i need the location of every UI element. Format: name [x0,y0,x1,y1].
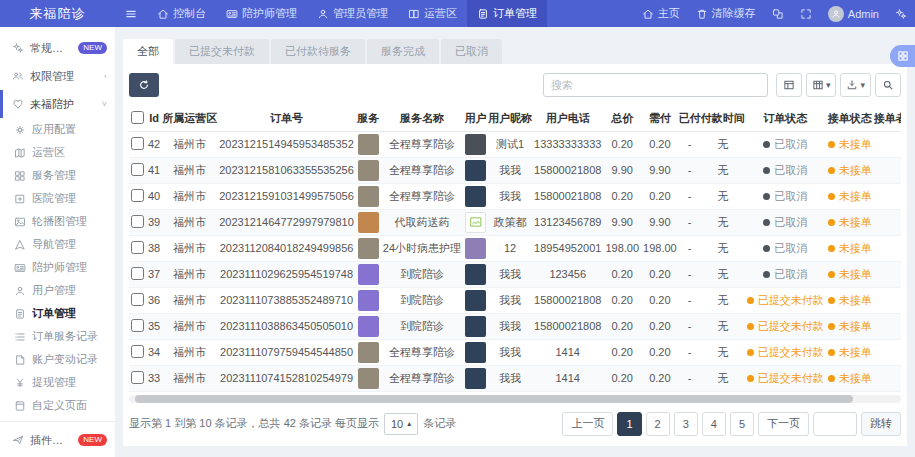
row-checkbox[interactable] [131,137,144,150]
sidebar-item-2[interactable]: 服务管理 [0,164,115,187]
row-checkbox[interactable] [131,293,144,306]
tab-0[interactable]: 全部 [123,39,173,64]
horizontal-scrollbar[interactable] [129,395,901,403]
row-checkbox[interactable] [131,189,144,202]
tab-label: 已付款待服务 [285,45,351,57]
table-row[interactable]: 42福州市2023121514945953485352全程尊享陪诊测试11333… [129,131,901,157]
row-checkbox[interactable] [131,241,144,254]
cell-region: 福州市 [162,313,217,339]
table-row[interactable]: 41福州市2023121581063355535256全程尊享陪诊我我15800… [129,157,901,183]
column-header-5[interactable]: 用户 [463,106,488,131]
nav-item-2[interactable]: 管理员管理 [307,0,398,27]
service-thumbnail [358,238,379,259]
cell-pay-time: 无 [701,235,745,261]
nav-item-1[interactable]: 陪护师管理 [216,0,307,27]
nav-item-label: 控制台 [173,6,206,21]
tab-4[interactable]: 已取消 [441,39,502,64]
column-header-6[interactable]: 用户昵称 [488,106,532,131]
prev-page-button[interactable]: 上一页 [562,412,613,436]
sidebar-item-6[interactable]: 陪护师管理 [0,256,115,279]
column-header-14[interactable]: 接单者 [874,106,901,131]
sidebar-item-1[interactable]: 运营区 [0,141,115,164]
column-header-8[interactable]: 总价 [603,106,641,131]
sidebar-item-11[interactable]: 提现管理 [0,371,115,394]
sidebar-item-4[interactable]: 轮播图管理 [0,210,115,233]
gears-icon [12,42,24,54]
sidebar-bottom-group-0[interactable]: 插件管理NEW [0,426,115,454]
table-row[interactable]: 40福州市2023121591031499575056全程尊享陪诊我我15800… [129,183,901,209]
scrollbar-thumb[interactable] [135,395,853,403]
column-header-7[interactable]: 用户电话 [532,106,603,131]
column-header-10[interactable]: 已付 [679,106,701,131]
sidebar-item-7[interactable]: 用户管理 [0,279,115,302]
sidebar-item-0[interactable]: 应用配置 [0,118,115,141]
row-checkbox[interactable] [131,371,144,384]
cell-paid: - [679,131,701,157]
row-checkbox[interactable] [131,319,144,332]
table-row[interactable]: 33福州市2023111074152810254979全程尊享陪诊我我14140… [129,365,901,391]
sidebar-item-10[interactable]: 账户变动记录 [0,348,115,371]
settings-menu[interactable] [887,0,915,27]
float-panel-button[interactable] [890,45,915,67]
table-row[interactable]: 38福州市202311208401824949985624小时病患护理12189… [129,235,901,261]
column-header-9[interactable]: 需付 [641,106,679,131]
row-checkbox[interactable] [131,267,144,280]
page-button-1[interactable]: 1 [617,412,641,436]
column-header-11[interactable]: 付款时间 [701,106,745,131]
page-button-4[interactable]: 4 [702,412,726,436]
brand-logo: 来福陪诊 [0,0,115,27]
nav-right-item-0[interactable]: 主页 [634,0,688,27]
jump-page-input[interactable] [813,412,857,436]
refresh-button[interactable] [129,73,159,97]
search-input[interactable] [543,73,768,97]
nav-item-3[interactable]: 运营区 [398,0,467,27]
table-row[interactable]: 34福州市2023111079759454544850全程尊享陪诊我我14140… [129,339,901,365]
tab-3[interactable]: 服务完成 [367,39,439,64]
sidebar-item-5[interactable]: 导航管理 [0,233,115,256]
row-checkbox[interactable] [131,345,144,358]
nav-right-item-3[interactable] [792,0,820,27]
page-button-5[interactable]: 5 [730,412,754,436]
sidebar-group-2[interactable]: 来福陪护˅ [0,90,115,118]
sidebar-item-9[interactable]: 订单服务记录 [0,325,115,348]
tab-1[interactable]: 已提交未付款 [175,39,269,64]
columns-dropdown-button[interactable]: ▾ [806,73,837,97]
sidebar-item-3[interactable]: 医院管理 [0,187,115,210]
sidebar-group-1[interactable]: 权限管理‹ [0,62,115,90]
table-row[interactable]: 39福州市2023121464772997979810代取药送药政策都13123… [129,209,901,235]
nav-right-item-1[interactable]: 清除缓存 [688,0,764,27]
row-checkbox[interactable] [131,163,144,176]
tab-2[interactable]: 已付款待服务 [271,39,365,64]
table-row[interactable]: 37福州市2023111029625954519748到院陪诊我我1234560… [129,261,901,287]
column-header-4[interactable]: 服务名称 [381,106,463,131]
table-body: 42福州市2023121514945953485352全程尊享陪诊测试11333… [129,131,901,391]
search-button[interactable] [875,73,901,97]
nav-item-4[interactable]: 订单管理 [467,0,547,27]
row-checkbox[interactable] [131,215,144,228]
sidebar-item-12[interactable]: 自定义页面 [0,394,115,417]
user-menu[interactable]: Admin [820,0,887,27]
column-header-1[interactable]: 所属运营区 [162,106,217,131]
sidebar-toggle-button[interactable] [115,0,147,27]
column-header-0[interactable]: Id [146,106,162,131]
column-header-3[interactable]: 服务 [356,106,381,131]
sidebar-group-0[interactable]: 常规管理NEW [0,34,115,62]
fullscreen-table-button[interactable] [776,73,802,97]
page-button-2[interactable]: 2 [646,412,670,436]
nav-right-item-2[interactable] [764,0,792,27]
page-button-3[interactable]: 3 [674,412,698,436]
column-header-13[interactable]: 接单状态 [826,106,874,131]
select-all-checkbox[interactable] [131,111,144,124]
column-header-2[interactable]: 订单号 [217,106,356,131]
column-header-12[interactable]: 订单状态 [745,106,826,131]
select-all-header [129,106,146,131]
nav-item-0[interactable]: 控制台 [147,0,216,27]
next-page-button[interactable]: 下一页 [758,412,809,436]
jump-button[interactable]: 跳转 [861,412,901,436]
table-row[interactable]: 35福州市2023111038863450505010到院陪诊我我1580002… [129,313,901,339]
page-size-dropdown[interactable]: 10▴ [384,413,418,435]
sidebar-item-8[interactable]: 订单管理 [0,302,115,325]
export-dropdown-button[interactable]: ▾ [840,73,871,97]
table-row[interactable]: 36福州市2023111073885352489710到院陪诊我我1580002… [129,287,901,313]
id-card-icon [14,262,26,274]
